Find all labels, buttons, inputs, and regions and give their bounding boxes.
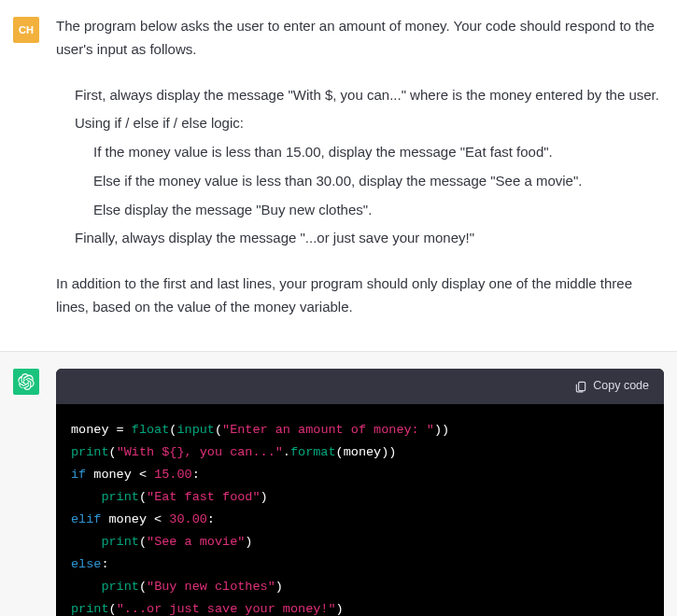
prompt-paragraph: In addition to the first and last lines,… <box>56 273 664 319</box>
openai-logo-icon <box>18 373 35 390</box>
prompt-paragraph: If the money value is less than 15.00, d… <box>56 141 664 164</box>
assistant-content: Copy code money = float(input("Enter an … <box>56 367 664 617</box>
prompt-paragraph: Else if the money value is less than 30.… <box>56 170 664 193</box>
code-block: Copy code money = float(input("Enter an … <box>56 369 664 617</box>
user-content: The program below asks the user to enter… <box>56 15 664 325</box>
user-avatar: CH <box>13 17 39 43</box>
copy-code-label: Copy code <box>593 376 649 396</box>
user-message: CH The program below asks the user to en… <box>0 0 677 351</box>
code-body: money = float(input("Enter an amount of … <box>56 404 664 617</box>
assistant-message: Copy code money = float(input("Enter an … <box>0 351 677 617</box>
prompt-paragraph: Else display the message "Buy new clothe… <box>56 199 664 222</box>
copy-code-button[interactable]: Copy code <box>574 376 649 396</box>
assistant-avatar <box>13 369 39 395</box>
svg-rect-0 <box>579 382 585 390</box>
prompt-paragraph: The program below asks the user to enter… <box>56 15 664 62</box>
prompt-paragraph: Using if / else if / else logic: <box>56 112 664 135</box>
user-avatar-initials: CH <box>19 24 34 35</box>
clipboard-icon <box>574 380 587 393</box>
code-header: Copy code <box>56 369 664 404</box>
prompt-paragraph: Finally, always display the message "...… <box>56 227 664 250</box>
prompt-paragraph: First, always display the message "With … <box>56 84 664 107</box>
